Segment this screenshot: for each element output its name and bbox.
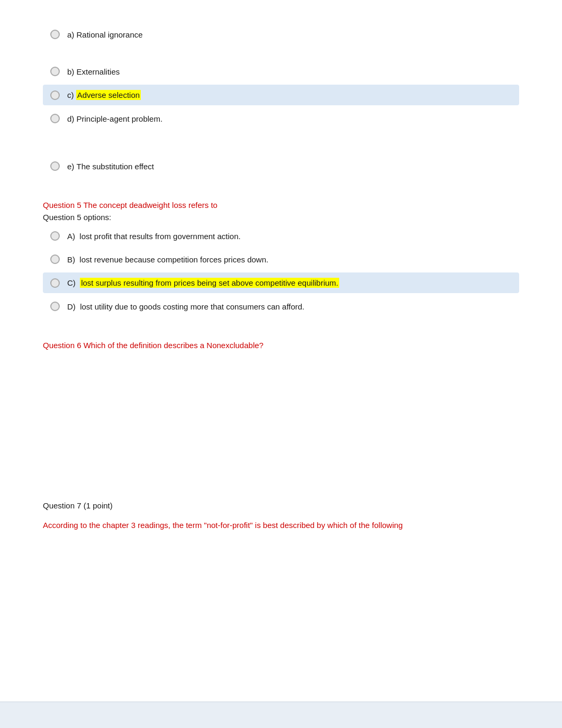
option-e[interactable]: e) The substitution effect [43,156,519,176]
radio-q5-A[interactable] [50,231,60,241]
radio-e[interactable] [50,161,60,171]
option-c[interactable]: c) Adverse selection [43,85,519,105]
option-a-text: Rational ignorance [77,30,143,39]
q5-option-D[interactable]: D) lost utility due to goods costing mor… [43,296,519,316]
option-c-label: c) [67,90,74,99]
radio-d[interactable] [50,114,60,123]
option-b-label: b) [67,67,74,76]
radio-q5-B[interactable] [50,254,60,264]
radio-c[interactable] [50,90,60,100]
option-d[interactable]: d) Principle-agent problem. [43,108,519,129]
quiz-container: a) Rational ignorance b) Externalities c… [43,24,519,617]
q5-option-B[interactable]: B) lost revenue because competition forc… [43,249,519,269]
q6-heading: Question 6 Which of the definition descr… [43,341,519,350]
option-d-text: Principle-agent problem. [77,114,163,123]
option-d-label: d) [67,114,74,123]
q7-content-area [43,533,519,617]
option-c-text: Adverse selection [76,90,141,100]
radio-a[interactable] [50,30,60,39]
q7-meta: Question 7 (1 point) [43,501,519,510]
option-a[interactable]: a) Rational ignorance [43,24,519,44]
option-b-text: Externalities [77,67,120,76]
q5-option-A-text: lost profit that results from government… [79,232,240,241]
radio-b[interactable] [50,67,60,76]
q5-option-D-text: lost utility due to goods costing more t… [80,302,304,311]
q5-option-A[interactable]: A) lost profit that results from governm… [43,226,519,246]
radio-q5-C[interactable] [50,278,60,288]
q5-option-C-text: lost surplus resulting from prices being… [80,278,339,288]
q5-option-B-label: B) [67,255,75,264]
q5-option-A-label: A) [67,232,75,241]
q5-option-D-label: D) [67,302,76,311]
q5-option-B-text: lost revenue because competition forces … [79,255,268,264]
option-e-text: The substitution effect [77,162,154,171]
option-e-label: e) [67,162,74,171]
q6-content-area [43,353,519,501]
option-a-label: a) [67,30,74,39]
option-b[interactable]: b) Externalities [43,61,519,81]
q5-heading: Question 5 The concept deadweight loss r… [43,201,519,210]
radio-q5-D[interactable] [50,302,60,311]
bottom-bar [0,702,562,728]
q5-option-C-label: C) [67,278,76,287]
q5-option-C[interactable]: C) lost surplus resulting from prices be… [43,272,519,293]
q7-heading: According to the chapter 3 readings, the… [43,521,519,530]
q5-options-label: Question 5 options: [43,213,519,222]
